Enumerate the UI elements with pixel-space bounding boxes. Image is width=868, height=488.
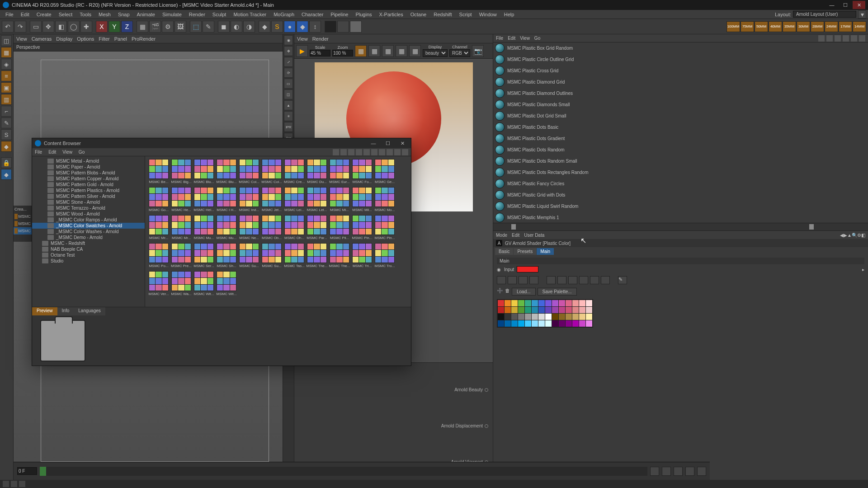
rv-mode2-icon[interactable]: ▦ bbox=[368, 45, 380, 57]
palette-color[interactable] bbox=[518, 307, 524, 313]
channel-select[interactable]: RGB bbox=[449, 49, 470, 57]
cb-menu-view[interactable]: View bbox=[62, 150, 72, 155]
vp-menu-view[interactable]: View bbox=[16, 36, 27, 42]
materials-list[interactable]: MSMC Plastic Box Grid RandomMSMC Plastic… bbox=[493, 42, 868, 223]
place-tool[interactable]: ✚ bbox=[80, 21, 92, 33]
swatch-item[interactable]: MSMC Blu... bbox=[193, 159, 215, 186]
mat-menu-icons[interactable] bbox=[818, 35, 865, 42]
swatch-item[interactable]: MSMC Pin... bbox=[351, 215, 373, 242]
swatch-item[interactable]: MSMC Jet... bbox=[261, 187, 283, 214]
ipr-nav5-icon[interactable]: ▭ bbox=[284, 79, 293, 89]
material-item[interactable]: MSMC Plastic Liquid Swirl Random bbox=[493, 201, 868, 212]
swatch-item[interactable]: MSMC Wit... bbox=[193, 271, 215, 298]
palette-del-icon[interactable]: 🗑 bbox=[505, 288, 510, 296]
ipr-nav3-icon[interactable]: ⤢ bbox=[284, 57, 293, 67]
misc-icon[interactable]: ◐ bbox=[231, 21, 242, 33]
palette-color[interactable] bbox=[505, 300, 511, 306]
scale-input[interactable] bbox=[310, 50, 330, 56]
palette-color[interactable] bbox=[511, 314, 518, 320]
tl-play-icon[interactable] bbox=[674, 467, 683, 476]
tab-basic[interactable]: Basic bbox=[495, 248, 513, 255]
swatch-item[interactable]: MSMC Ser... bbox=[193, 243, 215, 270]
axis-icon[interactable]: ✎ bbox=[1, 117, 12, 128]
palette-add-icon[interactable]: ➕ bbox=[497, 288, 503, 296]
shade1-icon[interactable] bbox=[325, 21, 336, 33]
palette-color[interactable] bbox=[552, 314, 558, 320]
rv-mode1-icon[interactable]: ▦ bbox=[355, 45, 367, 57]
palette-color[interactable] bbox=[538, 300, 545, 306]
swatch-item[interactable]: MSMC Big... bbox=[170, 159, 192, 186]
ipr-nav2-icon[interactable]: ✥ bbox=[284, 46, 293, 56]
model-mode-icon[interactable]: ▦ bbox=[1, 47, 12, 58]
axis-z-toggle[interactable]: Z bbox=[121, 21, 133, 33]
palette-color[interactable] bbox=[545, 307, 552, 313]
menu-motion-tracker[interactable]: Motion Tracker bbox=[230, 11, 270, 18]
palette-color[interactable] bbox=[538, 307, 545, 313]
swatch-item[interactable]: MSMC Be... bbox=[148, 159, 170, 186]
palette-color[interactable] bbox=[538, 320, 545, 327]
swatch-item[interactable]: MSMC Col... bbox=[238, 159, 260, 186]
move-tool[interactable]: ✥ bbox=[42, 21, 54, 33]
vp-menu-options[interactable]: Options bbox=[77, 36, 94, 42]
menu-plugins[interactable]: Plugins bbox=[352, 11, 375, 18]
tree-item[interactable]: NAB Beeple CA bbox=[32, 246, 145, 252]
palette-color[interactable] bbox=[505, 307, 511, 313]
tab-presets[interactable]: Presets bbox=[514, 248, 536, 255]
rv-menu-view[interactable]: View bbox=[297, 36, 308, 42]
swatch-item[interactable]: MSMC Col... bbox=[261, 159, 283, 186]
rv-mode3-icon[interactable]: ▦ bbox=[382, 45, 394, 57]
rv-mode4-icon[interactable]: ▦ bbox=[396, 45, 407, 57]
material-item[interactable]: MSMC Plastic Cross Grid bbox=[493, 65, 868, 76]
cb-tab-info[interactable]: Info bbox=[57, 307, 74, 315]
palette-color[interactable] bbox=[525, 300, 531, 306]
palette-color[interactable] bbox=[566, 320, 572, 327]
palette-color[interactable] bbox=[518, 314, 524, 320]
palette-color[interactable] bbox=[559, 314, 565, 320]
lens-30mm[interactable]: 30MM bbox=[797, 21, 810, 32]
shade3-icon[interactable] bbox=[350, 21, 362, 33]
material-item[interactable]: MSMC Plastic Dots Random bbox=[493, 144, 868, 155]
lens-75mm[interactable]: 75MM bbox=[741, 21, 754, 32]
ipr-nav8-icon[interactable]: ✳ bbox=[284, 111, 293, 121]
swatch-item[interactable]: MSMC Pin... bbox=[374, 215, 396, 242]
cube-icon[interactable]: ▦ bbox=[137, 21, 148, 33]
cb-toolbar-icons[interactable] bbox=[333, 149, 408, 155]
content-browser-window[interactable]: Content Browser — ☐ ✕ File Edit View Go … bbox=[32, 138, 411, 366]
menu-tools[interactable]: Tools bbox=[76, 11, 95, 18]
material-item[interactable]: MSMC Plastic Dots Rectangles Random bbox=[493, 167, 868, 178]
collapse-icon[interactable]: ▸ bbox=[862, 267, 864, 272]
palette-color[interactable] bbox=[538, 314, 545, 320]
tree-item[interactable]: MSMC Pattern Gold - Arnold bbox=[32, 182, 145, 188]
menu-animate[interactable]: Animate bbox=[133, 11, 159, 18]
palette-color[interactable] bbox=[498, 320, 504, 327]
swatch-item[interactable]: MSMC Wa... bbox=[170, 271, 192, 298]
vp-menu-display[interactable]: Display bbox=[56, 36, 72, 42]
content-icon[interactable]: ◼ bbox=[218, 21, 230, 33]
attr-nav-icons[interactable]: ◀▶▲🔍⚙◧ bbox=[840, 233, 865, 238]
swatch-item[interactable]: MSMC Oh... bbox=[283, 215, 305, 242]
swatch-item[interactable]: MSMC Tas... bbox=[283, 243, 305, 270]
cb-menu-edit[interactable]: Edit bbox=[48, 150, 56, 155]
material-item[interactable]: MSMC Plastic Dots Basic bbox=[493, 122, 868, 133]
color-palette[interactable] bbox=[497, 299, 593, 328]
vp-menu-prorender[interactable]: ProRender bbox=[132, 36, 156, 42]
swatch-item[interactable]: MSMC Wit... bbox=[216, 271, 237, 298]
cb-minimize-button[interactable]: — bbox=[368, 140, 379, 147]
mat-menu-edit[interactable]: Edit bbox=[508, 36, 515, 41]
node-displacement[interactable]: Arnold Displacement bbox=[441, 423, 483, 428]
tl-last-icon[interactable] bbox=[697, 467, 706, 476]
attr-menu-mode[interactable]: Mode bbox=[496, 233, 507, 238]
menu-character[interactable]: Character bbox=[298, 11, 327, 18]
cb-titlebar[interactable]: Content Browser — ☐ ✕ bbox=[32, 138, 411, 148]
palette-color[interactable] bbox=[579, 307, 585, 313]
swatch-item[interactable]: MSMC Let... bbox=[306, 187, 328, 214]
tree-item[interactable]: Studio bbox=[32, 258, 145, 264]
cb-menu-go[interactable]: Go bbox=[79, 150, 85, 155]
palette-color[interactable] bbox=[586, 314, 592, 320]
palette-color[interactable] bbox=[525, 320, 531, 327]
close-button[interactable]: ✕ bbox=[853, 1, 865, 9]
palette-color[interactable] bbox=[532, 300, 538, 306]
palette-color[interactable] bbox=[579, 300, 585, 306]
cb-tab-languages[interactable]: Languages bbox=[74, 307, 105, 315]
swatch-item[interactable]: MSMC Sh... bbox=[216, 243, 237, 270]
